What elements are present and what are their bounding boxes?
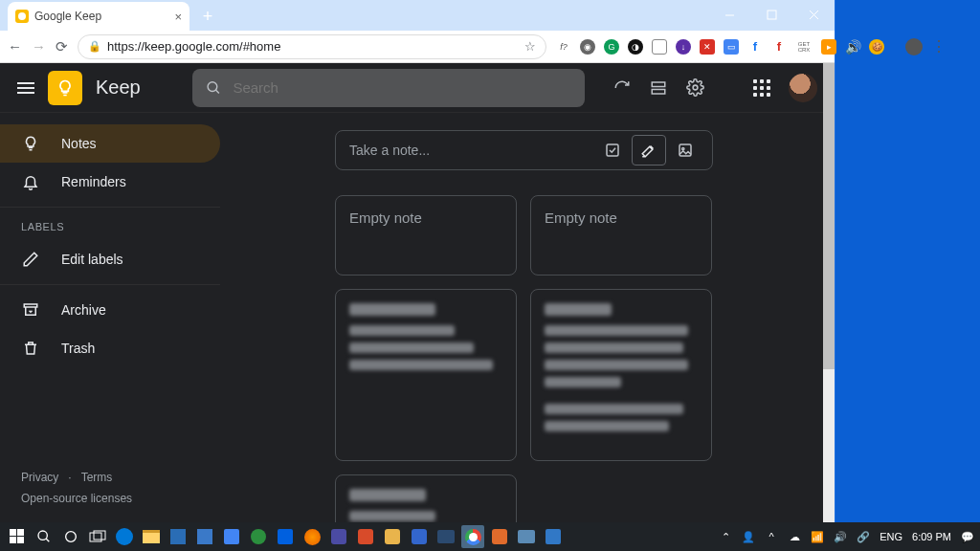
taskbar-app-icon[interactable] — [408, 525, 431, 548]
licenses-link[interactable]: Open-source licenses — [21, 492, 132, 505]
take-note-bar[interactable]: Take a note... — [335, 130, 713, 170]
taskbar-search-icon[interactable] — [33, 525, 56, 548]
taskbar-app-icon[interactable] — [515, 525, 538, 548]
new-list-button[interactable] — [595, 135, 630, 165]
terms-link[interactable]: Terms — [81, 471, 113, 484]
note-card[interactable] — [530, 289, 712, 461]
tab-close-icon[interactable]: × — [174, 10, 182, 24]
chrome-menu-icon[interactable]: ⋮ — [931, 39, 947, 55]
start-button[interactable] — [6, 525, 29, 548]
taskbar-app-store[interactable] — [167, 525, 189, 548]
ext-facebook-icon[interactable]: f — [747, 39, 763, 55]
new-image-note-button[interactable] — [668, 135, 702, 165]
forward-button[interactable]: → — [32, 38, 46, 55]
sidebar-item-label: Edit labels — [61, 252, 123, 267]
taskbar-app-icon[interactable] — [381, 525, 404, 548]
tab-title: Google Keep — [34, 10, 101, 23]
url-field[interactable]: 🔒 https://keep.google.com/#home ☆ — [78, 34, 546, 59]
ext-red-icon[interactable]: ✕ — [700, 39, 715, 55]
ext-circle-icon[interactable]: ◑ — [628, 39, 643, 55]
list-view-button[interactable] — [649, 78, 668, 98]
reload-button[interactable]: ⟳ — [56, 38, 68, 55]
browser-titlebar: Google Keep × + — [0, 0, 835, 31]
lightbulb-icon — [21, 135, 40, 152]
svg-rect-15 — [10, 537, 16, 543]
notes-grid: Empty note Empty note — [335, 195, 812, 522]
tray-network-icon[interactable]: 📶 — [811, 530, 824, 543]
new-drawing-button[interactable] — [632, 135, 666, 165]
note-card[interactable] — [335, 289, 517, 461]
tray-language[interactable]: ENG — [880, 531, 902, 542]
tray-chevron-up-icon[interactable]: ^ — [765, 530, 778, 543]
ext-camera-icon[interactable]: ◉ — [580, 39, 595, 55]
keep-header: Keep — [0, 63, 835, 113]
search-box[interactable] — [192, 69, 585, 107]
svg-line-5 — [215, 90, 218, 93]
taskbar-app-icon[interactable] — [247, 525, 270, 548]
taskbar-app-icon[interactable] — [354, 525, 377, 548]
svg-point-12 — [682, 147, 684, 149]
ext-grammarly-icon[interactable]: G — [604, 39, 619, 55]
ext-volume-icon[interactable]: 🔊 — [845, 39, 860, 55]
minimize-button[interactable] — [708, 0, 750, 29]
ext-download-icon[interactable]: ↓ — [676, 39, 691, 55]
taskbar-app-edge[interactable] — [113, 525, 136, 548]
url-text: https://keep.google.com/#home — [107, 39, 280, 54]
sidebar-item-notes[interactable]: Notes — [0, 124, 220, 163]
svg-rect-14 — [17, 529, 24, 536]
keep-app: Keep Notes Re — [0, 63, 835, 522]
main-menu-button[interactable] — [17, 82, 34, 94]
google-apps-button[interactable] — [752, 78, 771, 98]
ext-red-f-icon[interactable]: f — [771, 39, 787, 55]
ext-cookie-icon[interactable]: 🍪 — [869, 39, 884, 55]
ext-getcrx-icon[interactable]: GET CRX — [795, 39, 813, 55]
tray-volume-icon[interactable]: 🔊 — [834, 530, 847, 543]
refresh-button[interactable] — [612, 78, 632, 98]
task-view-icon[interactable] — [86, 525, 109, 548]
close-window-button[interactable] — [792, 0, 835, 29]
note-card[interactable]: Empty note — [530, 195, 712, 276]
tray-onedrive-icon[interactable]: ☁ — [788, 530, 801, 543]
sidebar-item-label: Trash — [61, 341, 95, 356]
taskbar-app-icon[interactable] — [220, 525, 243, 548]
ext-square-icon[interactable] — [652, 39, 667, 55]
search-input[interactable] — [233, 79, 570, 96]
scrollbar-track[interactable] — [823, 63, 835, 522]
maximize-button[interactable] — [750, 0, 792, 29]
profile-avatar-icon[interactable] — [905, 38, 923, 55]
tray-link-icon[interactable]: 🔗 — [857, 530, 870, 543]
ext-blue-icon[interactable]: ▭ — [724, 39, 739, 55]
action-center-icon[interactable]: 💬 — [961, 530, 974, 543]
new-tab-button[interactable]: + — [195, 4, 220, 29]
svg-line-18 — [46, 539, 49, 541]
taskbar-app-firefox[interactable] — [301, 525, 323, 548]
taskbar-app-icon[interactable] — [193, 525, 216, 548]
cortana-icon[interactable] — [59, 525, 82, 548]
ext-f-icon[interactable]: f? — [556, 39, 571, 55]
taskbar-app-icon[interactable] — [488, 525, 511, 548]
brand-name: Keep — [96, 77, 141, 99]
bookmark-star-icon[interactable]: ☆ — [524, 39, 536, 54]
taskbar-app-icon[interactable] — [434, 525, 457, 548]
settings-button[interactable] — [685, 78, 704, 98]
sidebar-item-reminders[interactable]: Reminders — [0, 163, 220, 201]
tray-clock[interactable]: 6:09 PM — [912, 531, 951, 542]
tray-people-icon[interactable]: 👤 — [742, 530, 755, 543]
note-card[interactable]: Empty note — [335, 195, 517, 276]
taskbar-app-explorer[interactable] — [140, 525, 163, 548]
taskbar-app-icon[interactable] — [274, 525, 297, 548]
tray-chevron-icon[interactable]: ⌃ — [719, 530, 732, 543]
taskbar-app-icon[interactable] — [542, 525, 565, 548]
privacy-link[interactable]: Privacy — [21, 471, 58, 484]
sidebar-item-edit-labels[interactable]: Edit labels — [0, 240, 220, 278]
scrollbar-thumb[interactable] — [823, 63, 835, 369]
browser-tab[interactable]: Google Keep × — [8, 2, 189, 31]
taskbar-app-icon[interactable] — [327, 525, 350, 548]
ext-flag-icon[interactable]: ▸ — [821, 39, 836, 55]
account-avatar[interactable] — [789, 74, 817, 102]
sidebar-item-trash[interactable]: Trash — [0, 329, 220, 367]
taskbar-app-chrome[interactable] — [461, 525, 484, 548]
note-card[interactable] — [335, 474, 517, 522]
sidebar-item-archive[interactable]: Archive — [0, 291, 220, 329]
back-button[interactable]: ← — [8, 38, 22, 55]
